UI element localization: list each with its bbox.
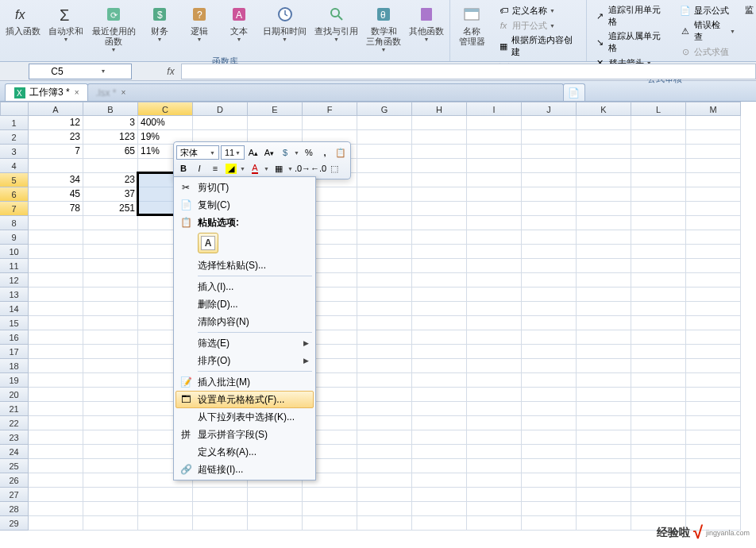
cell-I29[interactable] xyxy=(467,516,522,531)
ctx-cut[interactable]: ✂剪切(T) xyxy=(176,179,314,196)
cell-J9[interactable] xyxy=(522,230,577,245)
cell-M27[interactable] xyxy=(686,488,741,502)
cell-G4[interactable] xyxy=(357,159,412,173)
cell-L10[interactable] xyxy=(631,245,686,259)
increase-decimal-button[interactable]: .0→ xyxy=(295,161,310,176)
cell-B29[interactable] xyxy=(83,516,138,531)
italic-button[interactable]: I xyxy=(192,161,206,176)
cell-B4[interactable] xyxy=(83,159,138,173)
cell-E28[interactable] xyxy=(248,502,303,516)
cell-H26[interactable] xyxy=(412,473,467,488)
ctx-paste-special[interactable]: 选择性粘贴(S)... xyxy=(176,257,314,274)
row-header-22[interactable]: 22 xyxy=(0,416,29,430)
cell-G29[interactable] xyxy=(357,516,412,531)
logical-button[interactable]: ? 逻辑▼ xyxy=(180,2,218,54)
cell-I22[interactable] xyxy=(467,416,522,430)
cell-H17[interactable] xyxy=(412,345,467,359)
cell-H28[interactable] xyxy=(412,502,467,516)
cell-F29[interactable] xyxy=(303,516,357,531)
cell-M20[interactable] xyxy=(686,388,741,402)
cell-M11[interactable] xyxy=(686,259,741,273)
ctx-delete[interactable]: 删除(D)... xyxy=(176,295,314,313)
row-header-7[interactable]: 7 xyxy=(0,202,29,216)
cell-L7[interactable] xyxy=(631,202,686,216)
cell-M12[interactable] xyxy=(686,273,741,288)
cell-A20[interactable] xyxy=(29,388,83,402)
trace-dependents-button[interactable]: ↘追踪从属单元格 xyxy=(592,29,669,55)
cell-I5[interactable] xyxy=(467,173,522,187)
cell-L24[interactable] xyxy=(631,445,686,459)
cell-I9[interactable] xyxy=(467,230,522,245)
cell-H22[interactable] xyxy=(412,416,467,430)
cell-A23[interactable] xyxy=(29,430,83,445)
borders-button[interactable]: ▦ xyxy=(272,161,286,176)
shrink-font-button[interactable]: A▾ xyxy=(262,145,276,160)
tab-workbook3[interactable]: X 工作簿3 *× xyxy=(5,83,88,101)
cell-L15[interactable] xyxy=(631,316,686,330)
cell-L16[interactable] xyxy=(631,330,686,345)
cell-A14[interactable] xyxy=(29,302,83,316)
cell-B1[interactable]: 3 xyxy=(83,116,138,130)
cell-K15[interactable] xyxy=(577,316,631,330)
math-button[interactable]: θ 数学和 三角函数▼ xyxy=(363,2,404,54)
ctx-insert-comment[interactable]: 📝插入批注(M) xyxy=(176,373,314,391)
cell-D29[interactable] xyxy=(193,516,248,531)
cell-I17[interactable] xyxy=(467,345,522,359)
row-header-1[interactable]: 1 xyxy=(0,116,29,130)
cell-J25[interactable] xyxy=(522,459,577,473)
cell-L25[interactable] xyxy=(631,459,686,473)
cell-H9[interactable] xyxy=(412,230,467,245)
close-tab-icon[interactable]: × xyxy=(122,88,126,97)
cell-M18[interactable] xyxy=(686,359,741,373)
cell-G23[interactable] xyxy=(357,430,412,445)
cell-L18[interactable] xyxy=(631,359,686,373)
cell-B9[interactable] xyxy=(83,230,138,245)
cell-G24[interactable] xyxy=(357,445,412,459)
cell-J7[interactable] xyxy=(522,202,577,216)
cell-L17[interactable] xyxy=(631,345,686,359)
cell-D27[interactable] xyxy=(193,488,248,502)
cell-L6[interactable] xyxy=(631,187,686,202)
cell-B24[interactable] xyxy=(83,445,138,459)
cell-I6[interactable] xyxy=(467,187,522,202)
cell-G20[interactable] xyxy=(357,388,412,402)
cell-I28[interactable] xyxy=(467,502,522,516)
cell-K19[interactable] xyxy=(577,373,631,388)
cell-K21[interactable] xyxy=(577,402,631,416)
row-header-23[interactable]: 23 xyxy=(0,430,29,445)
cell-K4[interactable] xyxy=(577,159,631,173)
cell-I26[interactable] xyxy=(467,473,522,488)
cell-B12[interactable] xyxy=(83,273,138,288)
fx-button[interactable]: fx xyxy=(164,66,178,77)
cell-H15[interactable] xyxy=(412,316,467,330)
trace-precedents-button[interactable]: ↗追踪引用单元格 xyxy=(592,3,669,29)
cell-L19[interactable] xyxy=(631,373,686,388)
error-checking-button[interactable]: ⚠错误检查▼ xyxy=(677,18,737,44)
cell-G13[interactable] xyxy=(357,288,412,302)
cell-G16[interactable] xyxy=(357,330,412,345)
cell-G18[interactable] xyxy=(357,359,412,373)
cell-B20[interactable] xyxy=(83,388,138,402)
cell-J4[interactable] xyxy=(522,159,577,173)
cell-I1[interactable] xyxy=(467,116,522,130)
cell-L12[interactable] xyxy=(631,273,686,288)
cell-H11[interactable] xyxy=(412,259,467,273)
column-header-A[interactable]: A xyxy=(29,102,83,116)
cell-M9[interactable] xyxy=(686,230,741,245)
cell-A29[interactable] xyxy=(29,516,83,531)
row-header-10[interactable]: 10 xyxy=(0,245,29,259)
cell-M13[interactable] xyxy=(686,288,741,302)
column-header-C[interactable]: C xyxy=(138,102,193,116)
cell-H2[interactable] xyxy=(412,130,467,145)
row-header-11[interactable]: 11 xyxy=(0,259,29,273)
cell-J27[interactable] xyxy=(522,488,577,502)
column-header-B[interactable]: B xyxy=(83,102,138,116)
cell-H12[interactable] xyxy=(412,273,467,288)
ctx-hyperlink[interactable]: 🔗超链接(I)... xyxy=(176,461,314,478)
cell-K22[interactable] xyxy=(577,416,631,430)
row-header-5[interactable]: 5 xyxy=(0,173,29,187)
cell-H14[interactable] xyxy=(412,302,467,316)
column-header-J[interactable]: J xyxy=(522,102,577,116)
cell-K20[interactable] xyxy=(577,388,631,402)
cell-M25[interactable] xyxy=(686,459,741,473)
